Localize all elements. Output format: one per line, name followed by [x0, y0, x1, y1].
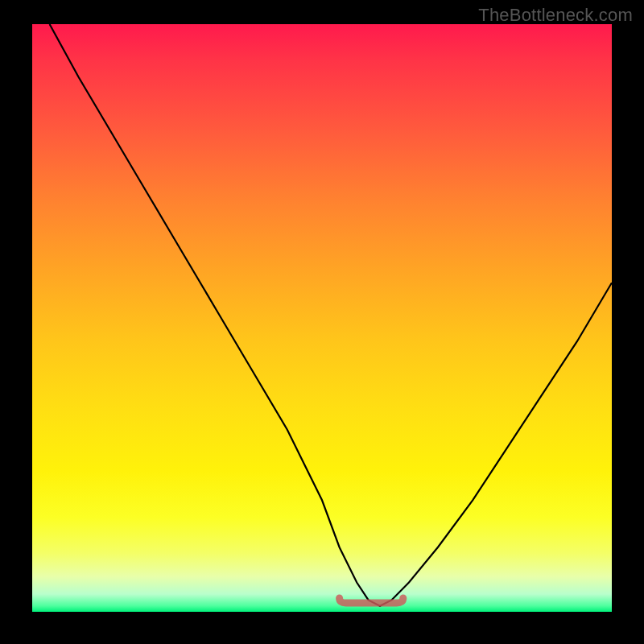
- watermark-label: TheBottleneck.com: [478, 5, 633, 26]
- chart-svg: [32, 24, 612, 612]
- bottleneck-curve: [50, 24, 612, 606]
- chart-frame: TheBottleneck.com: [0, 0, 644, 644]
- plot-area: [32, 24, 612, 612]
